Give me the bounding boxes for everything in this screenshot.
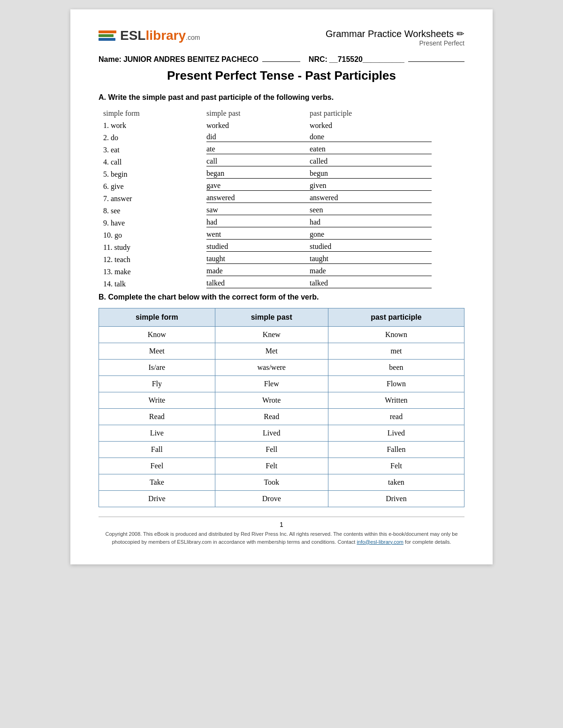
verb-simple: 13. make	[103, 268, 206, 276]
verb-simple: 10. go	[103, 231, 206, 240]
footer-link[interactable]: info@esl-library.com	[357, 539, 403, 545]
logo-com: .com	[186, 34, 200, 41]
col-header-participle: past participle	[310, 109, 432, 118]
table-cell: read	[328, 409, 464, 425]
verb-past: answered	[206, 194, 310, 203]
table-cell: Read	[215, 409, 328, 425]
chart-col-past: simple past	[215, 308, 328, 327]
verb-past: talked	[206, 279, 310, 288]
verb-row: 10. gowentgone	[99, 230, 464, 240]
verb-participle: studied	[310, 242, 432, 252]
verb-simple: 2. do	[103, 134, 206, 142]
verb-participle: seen	[310, 206, 432, 215]
page: ESLlibrary.com Grammar Practice Workshee…	[70, 9, 493, 564]
verb-simple: 5. begin	[103, 170, 206, 179]
footer-suffix: for complete details.	[403, 539, 451, 545]
table-cell: Written	[328, 392, 464, 409]
table-cell: Flown	[328, 376, 464, 392]
verb-past: had	[206, 218, 310, 227]
header-subtitle: Present Perfect	[326, 39, 464, 47]
logo-books	[99, 30, 116, 41]
verb-row: 4. callcallcalled	[99, 157, 464, 166]
table-cell: Drove	[215, 491, 328, 507]
table-cell: Lived	[328, 425, 464, 442]
verb-simple: 14. talk	[103, 280, 206, 288]
table-cell: Met	[215, 343, 328, 360]
logo-text: ESLlibrary.com	[120, 28, 200, 43]
verb-past: studied	[206, 242, 310, 252]
table-cell: Took	[215, 474, 328, 491]
verb-row: 8. seesawseen	[99, 206, 464, 215]
table-cell: Driven	[328, 491, 464, 507]
table-cell: Live	[99, 425, 215, 442]
verb-simple: 1. work	[103, 121, 206, 130]
main-title: Present Perfect Tense - Past Participles	[99, 68, 464, 83]
table-cell: Wrote	[215, 392, 328, 409]
table-cell: Is/are	[99, 360, 215, 376]
table-cell: Fallen	[328, 442, 464, 458]
verb-row: 6. givegavegiven	[99, 181, 464, 191]
verb-past: went	[206, 230, 310, 240]
nrc-label: NRC:	[309, 55, 327, 64]
footer-text: Copyright 2008. This eBook is produced a…	[99, 530, 464, 546]
name-line: Name: JUNIOR ANDRES BENITEZ PACHECO NRC:…	[99, 55, 464, 64]
table-row: FeelFeltFelt	[99, 458, 464, 474]
verb-row: 3. eatateeaten	[99, 145, 464, 154]
name-value: JUNIOR ANDRES BENITEZ PACHECO	[123, 55, 259, 64]
verb-simple: 8. see	[103, 207, 206, 215]
table-row: Is/arewas/werebeen	[99, 360, 464, 376]
verb-past: ate	[206, 145, 310, 154]
verb-row: 14. talktalkedtalked	[99, 279, 464, 288]
logo-area: ESLlibrary.com	[99, 28, 200, 43]
name-label: Name:	[99, 55, 122, 64]
table-cell: been	[328, 360, 464, 376]
verb-table: simple form simple past past participle …	[99, 109, 464, 288]
table-cell: Knew	[215, 327, 328, 343]
verb-participle: given	[310, 181, 432, 191]
verb-row: 12. teachtaughttaught	[99, 255, 464, 264]
verb-simple: 6. give	[103, 182, 206, 191]
verb-row: 11. studystudiedstudied	[99, 242, 464, 252]
verb-participle: done	[310, 133, 432, 142]
table-cell: Meet	[99, 343, 215, 360]
chart-col-simple: simple form	[99, 308, 215, 327]
table-cell: Fly	[99, 376, 215, 392]
table-cell: met	[328, 343, 464, 360]
verb-simple: 7. answer	[103, 195, 206, 203]
verb-simple: 4. call	[103, 158, 206, 166]
table-row: TakeTooktaken	[99, 474, 464, 491]
chart-header-row: simple form simple past past participle	[99, 308, 464, 327]
table-row: LiveLivedLived	[99, 425, 464, 442]
verb-past: call	[206, 157, 310, 166]
chart-body: KnowKnewKnownMeetMetmetIs/arewas/werebee…	[99, 327, 464, 507]
table-cell: Feel	[99, 458, 215, 474]
pencil-icon: ✏	[456, 28, 464, 39]
col-header-simple: simple form	[103, 109, 206, 118]
chart-col-participle: past participle	[328, 308, 464, 327]
nrc-underline	[408, 61, 464, 62]
verb-participle: taught	[310, 255, 432, 264]
header-title-text: Grammar Practice Worksheets	[326, 29, 454, 39]
table-row: ReadReadread	[99, 409, 464, 425]
footer: 1 Copyright 2008. This eBook is produced…	[99, 517, 464, 546]
logo-library: library	[145, 28, 186, 43]
table-row: WriteWroteWritten	[99, 392, 464, 409]
table-cell: Drive	[99, 491, 215, 507]
verb-participle: had	[310, 218, 432, 227]
verb-participle: answered	[310, 194, 432, 203]
verb-participle: made	[310, 267, 432, 276]
table-row: DriveDroveDriven	[99, 491, 464, 507]
chart-table: simple form simple past past participle …	[99, 308, 464, 507]
table-cell: was/were	[215, 360, 328, 376]
verb-table-header: simple form simple past past participle	[99, 109, 464, 118]
page-number: 1	[99, 521, 464, 528]
verb-participle: begun	[310, 169, 432, 179]
nrc-value: __715520__________	[329, 55, 404, 64]
verb-simple: 11. study	[103, 243, 206, 252]
verb-row: 7. answeransweredanswered	[99, 194, 464, 203]
section-a-heading: A. Write the simple past and past partic…	[99, 93, 464, 102]
verb-row: 2. dodiddone	[99, 133, 464, 142]
verb-simple: 3. eat	[103, 146, 206, 154]
verb-simple: 12. teach	[103, 255, 206, 264]
table-row: MeetMetmet	[99, 343, 464, 360]
